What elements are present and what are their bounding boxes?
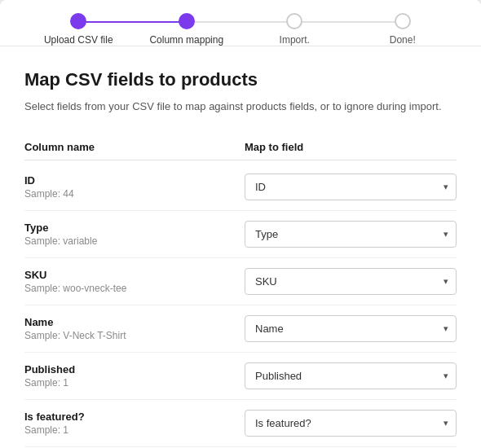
field-row-2: SKUSample: woo-vneck-teeIDTypeSKUNamePub… [24,258,457,305]
fields-container: IDSample: 44IDTypeSKUNamePublishedIs fea… [24,164,457,449]
field-select-2[interactable]: IDTypeSKUNamePublishedIs featured?Visibi… [245,268,457,295]
field-info-2: SKUSample: woo-vneck-tee [24,269,245,294]
step-import: Import. [240,13,349,46]
field-select-3[interactable]: IDTypeSKUNamePublishedIs featured?Visibi… [245,315,457,342]
field-name-2: SKU [24,269,245,281]
col-name-header: Column name [24,141,245,153]
main-window: Upload CSV fileColumn mappingImport.Done… [0,0,481,448]
step-circle-upload [70,13,86,29]
field-sample-4: Sample: 1 [24,377,245,389]
field-info-3: NameSample: V-Neck T-Shirt [24,316,245,341]
step-mapping: Column mapping [133,13,241,46]
field-sample-3: Sample: V-Neck T-Shirt [24,330,245,341]
field-name-3: Name [24,316,245,328]
field-select-wrapper-4: IDTypeSKUNamePublishedIs featured?Visibi… [245,362,457,389]
field-select-wrapper-5: IDTypeSKUNamePublishedIs featured?Visibi… [245,410,457,437]
step-circle-import [286,13,302,29]
col-map-header: Map to field [245,141,457,153]
step-circle-mapping [179,13,195,29]
stepper: Upload CSV fileColumn mappingImport.Done… [0,0,481,46]
field-select-1[interactable]: IDTypeSKUNamePublishedIs featured?Visibi… [245,221,457,248]
field-info-0: IDSample: 44 [24,174,245,200]
step-label-upload: Upload CSV file [44,34,113,46]
table-header: Column name Map to field [24,134,457,160]
field-row-4: PublishedSample: 1IDTypeSKUNamePublished… [24,353,457,400]
page-title: Map CSV fields to products [24,69,457,90]
field-sample-5: Sample: 1 [24,424,245,436]
field-select-wrapper-1: IDTypeSKUNamePublishedIs featured?Visibi… [245,221,457,248]
field-sample-1: Sample: variable [24,235,245,247]
field-info-5: Is featured?Sample: 1 [24,411,245,436]
field-name-5: Is featured? [24,411,245,423]
step-circle-done [395,13,411,29]
field-row-0: IDSample: 44IDTypeSKUNamePublishedIs fea… [24,164,457,211]
field-row-1: TypeSample: variableIDTypeSKUNamePublish… [24,211,457,258]
field-sample-2: Sample: woo-vneck-tee [24,283,245,294]
field-name-0: ID [24,174,245,187]
field-info-4: PublishedSample: 1 [24,363,245,389]
field-select-wrapper-3: IDTypeSKUNamePublishedIs featured?Visibi… [245,315,457,342]
field-row-3: NameSample: V-Neck T-ShirtIDTypeSKUNameP… [24,305,457,353]
step-label-mapping: Column mapping [149,34,223,46]
content-area: Map CSV fields to products Select fields… [0,46,481,448]
step-done: Done! [349,13,457,46]
field-select-wrapper-0: IDTypeSKUNamePublishedIs featured?Visibi… [245,173,457,200]
field-select-0[interactable]: IDTypeSKUNamePublishedIs featured?Visibi… [245,173,457,200]
field-row-5: Is featured?Sample: 1IDTypeSKUNamePublis… [24,400,457,447]
field-name-1: Type [24,222,245,234]
step-upload: Upload CSV file [24,13,133,46]
field-sample-0: Sample: 44 [24,188,245,200]
field-select-4[interactable]: IDTypeSKUNamePublishedIs featured?Visibi… [245,362,457,389]
field-info-1: TypeSample: variable [24,222,245,247]
step-label-done: Done! [390,34,416,46]
field-select-wrapper-2: IDTypeSKUNamePublishedIs featured?Visibi… [245,268,457,295]
page-description: Select fields from your CSV file to map … [24,99,457,115]
field-name-4: Published [24,363,245,376]
step-label-import: Import. [280,34,310,46]
field-select-5[interactable]: IDTypeSKUNamePublishedIs featured?Visibi… [245,410,457,437]
